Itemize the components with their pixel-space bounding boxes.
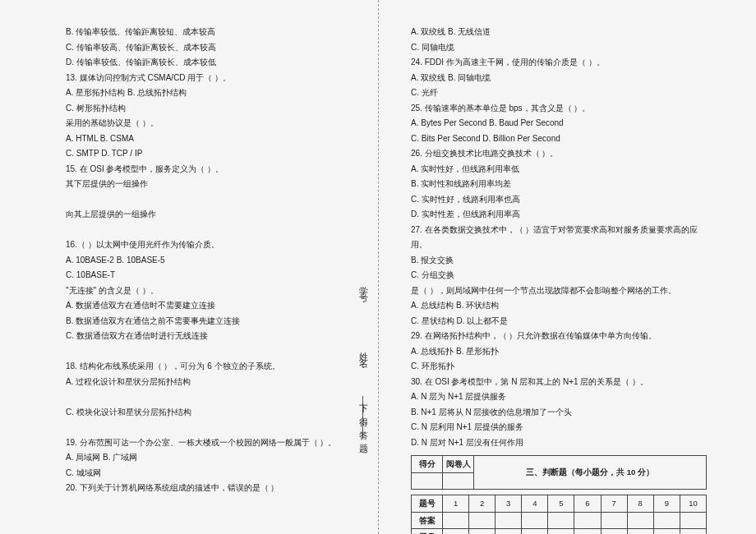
vertical-label-name: 姓名：	[357, 345, 370, 374]
text-line: A. 实时性好，但线路利用率低	[411, 162, 707, 177]
text-line: C. 城域网	[66, 466, 362, 481]
reviewer-label: 阅卷人	[443, 456, 474, 473]
text-line: 24. FDDI 作为高速主干网，使用的传输介质是（ ）。	[411, 55, 707, 71]
text-line: B. 实时性和线路利用率均差	[411, 177, 707, 192]
text-line: B. N+1 层将从 N 层接收的信息增加了一个头	[411, 405, 707, 421]
text-line: C. Bits Per Second D. Billion Per Second	[411, 131, 707, 147]
row-num-label: 题号	[412, 529, 443, 534]
text-line: C. 实时性好，线路利用率也高	[411, 192, 707, 208]
num: 9	[653, 495, 680, 513]
text-line: C. 星状结构 D. 以上都不是	[411, 314, 707, 329]
score-label: 得分	[412, 456, 443, 473]
text-line: D. 实时性差，但线路利用率高	[411, 207, 707, 223]
vertical-label-fold: 下——得——答——题	[357, 398, 370, 435]
left-column: B. 传输率较低、传输距离较短、成本较高 C. 传输率较高、传输距离较长、成本较…	[0, 0, 386, 534]
vertical-label-student-id: 学号：	[357, 279, 370, 308]
num: 4	[522, 495, 548, 513]
ans-cell	[469, 512, 496, 529]
score-table: 得分 阅卷人 三、判断题（每小题分，共 10 分）	[411, 455, 707, 490]
ans-cell	[548, 512, 574, 529]
num: 13	[496, 529, 522, 534]
text-line: 27. 在各类数据交换技术中，（ ）适宜于对带宽要求高和对服务质量要求高的应用。	[411, 223, 707, 253]
text-line: B. 传输率较低、传输距离较短、成本较高	[66, 25, 362, 40]
text-line	[66, 344, 362, 360]
text-line	[66, 223, 362, 238]
text-line: C. 同轴电缆	[411, 40, 707, 56]
num: 8	[627, 495, 653, 513]
text-line: A. 10BASE-2 B. 10BASE-5	[66, 253, 362, 269]
score-cell	[412, 472, 443, 490]
num: 2	[469, 495, 496, 513]
text-line: A. 总线结构 B. 环状结构	[411, 298, 707, 314]
text-line: A. 过程化设计和星状分层拓扑结构	[66, 375, 362, 390]
ans-cell	[522, 512, 548, 529]
reviewer-cell	[443, 472, 474, 490]
text-line: 20. 下列关于计算机网络系统组成的描述中，错误的是（ ）	[66, 481, 362, 496]
text-line: 19. 分布范围可达一个办公室、一栋大楼或一个校园的网络一般属于（ ）。	[66, 435, 362, 451]
text-line: A. 数据通信双方在通信时不需要建立连接	[66, 298, 362, 314]
text-line: 16.（ ）以太网中使用光纤作为传输介质。	[66, 237, 362, 253]
text-line: A. 双绞线 B. 同轴电缆	[411, 71, 707, 86]
text-line: 其下层提供的一组操作	[66, 177, 362, 192]
text-line: A. 局域网 B. 广域网	[66, 450, 362, 466]
text-line: C. 模块化设计和星状分层拓扑结构	[66, 405, 362, 421]
text-line: A. N 层为 N+1 层提供服务	[411, 389, 707, 405]
section-title: 三、判断题（每小题分，共 10 分）	[474, 456, 707, 490]
text-line: C. 10BASE-T	[66, 268, 362, 283]
num: 14	[522, 529, 548, 534]
text-line: A. 双绞线 B. 无线信道	[411, 25, 707, 40]
text-line	[66, 192, 362, 208]
text-line: D. N 层对 N+1 层没有任何作用	[411, 435, 707, 451]
text-line	[66, 420, 362, 435]
text-line: B. 报文交换	[411, 253, 707, 269]
num: 1	[443, 495, 469, 513]
num: 20	[680, 529, 706, 534]
text-line: 是（ ），则局域网中任何一个节点出现故障都不会影响整个网络的工作。	[411, 283, 707, 299]
text-line: 13. 媒体访问控制方式 CSMA/CD 用于（ ）。	[66, 71, 362, 86]
text-line	[66, 496, 362, 512]
text-line: 25. 传输速率的基本单位是 bps，其含义是（ ）。	[411, 101, 707, 117]
ans-cell	[653, 512, 680, 529]
text-line: 采用的基础协议是（ ）。	[66, 116, 362, 131]
row-ans-label: 答案	[412, 512, 443, 529]
num: 12	[469, 529, 496, 534]
answer-grid: 题号 1 2 3 4 5 6 7 8 9 10 答案 题号 11 12 13 1…	[411, 495, 707, 534]
text-line: 30. 在 OSI 参考模型中，第 N 层和其上的 N+1 层的关系是（ ）。	[411, 375, 707, 390]
text-line	[66, 527, 362, 535]
num: 18	[627, 529, 653, 534]
text-line: 15. 在 OSI 参考模型中，服务定义为（ ）。	[66, 162, 362, 177]
text-line	[66, 511, 362, 527]
text-line: C. 环形拓扑	[411, 359, 707, 375]
text-line: C. 光纤	[411, 85, 707, 101]
num: 15	[548, 529, 574, 534]
text-line: "无连接" 的含义是（ ）。	[66, 283, 362, 299]
text-line: C. 分组交换	[411, 268, 707, 283]
text-line: C. N 层利用 N+1 层提供的服务	[411, 420, 707, 435]
num: 3	[496, 495, 522, 513]
ans-cell	[496, 512, 522, 529]
text-line: A. 星形拓扑结构 B. 总线拓扑结构	[66, 85, 362, 101]
text-line: 向其上层提供的一组操作	[66, 207, 362, 223]
text-line: A. HTML B. CSMA	[66, 131, 362, 147]
text-line: B. 数据通信双方在通信之前不需要事先建立连接	[66, 314, 362, 329]
ans-cell	[601, 512, 627, 529]
text-line: 26. 分组交换技术比电路交换技术（ ）。	[411, 146, 707, 162]
num: 11	[443, 529, 469, 534]
page-divider	[378, 0, 379, 534]
ans-cell	[443, 512, 469, 529]
num: 7	[601, 495, 627, 513]
ans-cell	[627, 512, 653, 529]
text-line: D. 传输率较低、传输距离较长、成本较低	[66, 55, 362, 71]
text-line: C. 传输率较高、传输距离较长、成本较高	[66, 40, 362, 56]
text-line	[66, 389, 362, 405]
text-line: C. SMTP D. TCP / IP	[66, 146, 362, 162]
text-line: A. 总线拓扑 B. 星形拓扑	[411, 344, 707, 360]
num: 5	[548, 495, 574, 513]
num: 17	[601, 529, 627, 534]
text-line: C. 数据通信双方在通信时进行无线连接	[66, 329, 362, 344]
right-column: A. 双绞线 B. 无线信道 C. 同轴电缆 24. FDDI 作为高速主干网，…	[386, 0, 756, 534]
num: 19	[653, 529, 680, 534]
num: 16	[574, 529, 601, 534]
ans-cell	[574, 512, 601, 529]
row-num-label: 题号	[412, 495, 443, 513]
